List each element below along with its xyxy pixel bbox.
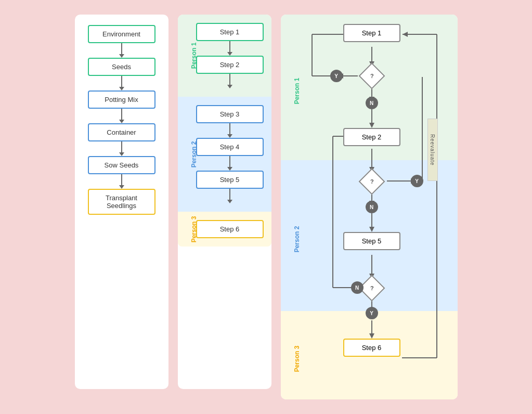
- label-person1: Person 1: [190, 43, 198, 69]
- p2-step6: Step 6: [196, 220, 264, 238]
- p2-step4: Step 4: [196, 138, 264, 156]
- arrow-p2-2: [227, 74, 232, 88]
- arrow-4: [119, 141, 124, 156]
- p3-circle-n2: N: [366, 201, 378, 213]
- box-seeds: Seeds: [88, 58, 155, 76]
- p3-step1: Step 1: [343, 24, 400, 42]
- p3-label-person3: Person 3: [293, 346, 301, 372]
- p3-label-person2: Person 2: [293, 226, 301, 253]
- p3-circle-y3: Y: [366, 307, 378, 319]
- swimlane-person3: Person 3 Step 6: [178, 212, 271, 247]
- arrow-1: [119, 43, 124, 58]
- p2-step5: Step 5: [196, 171, 264, 189]
- arrow-3: [119, 109, 124, 123]
- panel-3: Person 1 Person 2 Person 3: [281, 15, 458, 399]
- box-environment: Environment: [88, 25, 155, 43]
- p2-step3: Step 3: [196, 105, 264, 123]
- box-container: Container: [88, 123, 155, 141]
- label-person2: Person 2: [190, 141, 198, 167]
- box-sow-seeds: Sow Seeds: [88, 156, 155, 174]
- p3-step5: Step 5: [343, 232, 400, 250]
- swimlane-person2: Person 2 Step 3 Step 4 Step 5: [178, 97, 271, 212]
- p3-circle-n1: N: [366, 97, 378, 109]
- p2-step2: Step 2: [196, 56, 264, 74]
- p3-circle-y2: Y: [411, 175, 423, 187]
- box-transplant: TransplantSeedlings: [88, 189, 155, 215]
- p3-circle-y1: Y: [330, 70, 343, 82]
- panel-2: Person 1 Step 1 Step 2 Person 2 Step 3 S…: [178, 15, 271, 389]
- box-potting-mix: Potting Mix: [88, 90, 155, 109]
- arrow-p2-4: [227, 156, 232, 171]
- swimlane-person1: Person 1 Step 1 Step 2: [178, 15, 271, 97]
- arrow-5: [119, 174, 124, 189]
- panel-1: Environment Seeds Potting Mix Container …: [75, 15, 168, 389]
- arrow-p2-5: [227, 189, 232, 203]
- arrow-p2-3: [227, 123, 232, 138]
- panel3-content: Person 1 Person 2 Person 3: [281, 15, 458, 399]
- label-person3: Person 3: [190, 216, 198, 242]
- p3-circle-n3: N: [351, 281, 364, 294]
- p2-step1: Step 1: [196, 23, 264, 41]
- p3-step6: Step 6: [343, 339, 400, 357]
- arrow-p2-1: [227, 41, 232, 56]
- swimlane-container-2: Person 1 Step 1 Step 2 Person 2 Step 3 S…: [178, 15, 271, 247]
- p3-label-person1: Person 1: [293, 78, 301, 105]
- p3-reevaluate: Reevaluate: [427, 119, 438, 181]
- arrow-2: [119, 76, 124, 90]
- main-container: Environment Seeds Potting Mix Container …: [62, 2, 470, 412]
- p3-step2: Step 2: [343, 128, 400, 146]
